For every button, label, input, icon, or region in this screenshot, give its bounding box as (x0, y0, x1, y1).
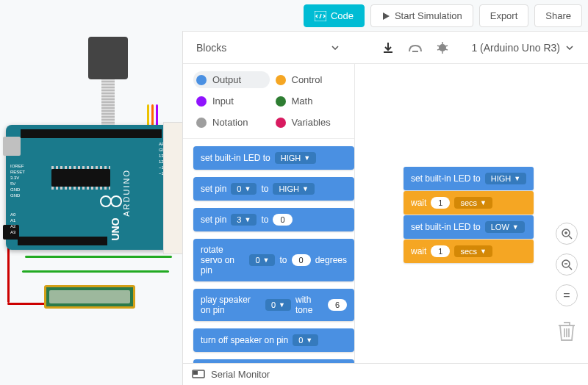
category-input[interactable]: Input (193, 93, 270, 109)
play-icon (381, 12, 390, 21)
category-output[interactable]: Output (193, 71, 270, 88)
block-workspace[interactable]: set built-in LED toHIGH ▼wait1secs ▼set … (355, 64, 588, 385)
block-led_builtin[interactable]: set built-in LED toHIGH ▼ (193, 146, 354, 170)
block-dropdown[interactable]: HIGH ▼ (275, 152, 316, 164)
block-dropdown[interactable]: HIGH ▼ (485, 173, 526, 184)
category-label: Input (212, 96, 234, 107)
component-arduino-uno[interactable]: ARDUINO UNO AREFGND1312~11~10 IOREFRESET… (6, 125, 173, 250)
block-blue[interactable]: set built-in LED toHIGH ▼ (404, 167, 534, 190)
device-select[interactable]: 1 (Arduino Uno R3) (471, 42, 581, 54)
category-label: Output (212, 74, 241, 85)
wire[interactable] (25, 256, 172, 258)
fit-button[interactable]: = (556, 284, 578, 306)
block-blue[interactable]: set built-in LED toLOW ▼ (404, 215, 534, 239)
code-button[interactable]: Code (304, 4, 365, 27)
code-label: Code (331, 10, 354, 21)
library-icon[interactable] (408, 43, 423, 53)
category-label: Control (292, 74, 323, 85)
top-toolbar: Code Start Simulation Export Share (304, 4, 582, 27)
panel-body: OutputControlInputMathNotationVariables … (183, 64, 588, 385)
start-simulation-button[interactable]: Start Simulation (370, 4, 473, 27)
code-panel: Blocks 1 (Arduino Uno R3) OutputControlI… (182, 31, 588, 385)
block-orange[interactable]: wait1secs ▼ (404, 240, 534, 263)
panel-tools (381, 41, 449, 54)
block-dropdown[interactable]: 0 ▼ (249, 254, 275, 266)
serial-monitor-label: Serial Monitor (211, 369, 270, 380)
block-dropdown[interactable]: 0 ▼ (265, 299, 291, 311)
wire[interactable] (22, 270, 169, 273)
category-notation[interactable]: Notation (193, 114, 270, 131)
panel-header: Blocks 1 (Arduino Uno R3) (183, 32, 588, 64)
block-dropdown[interactable]: 0 ▼ (293, 334, 318, 346)
category-dot-icon (196, 96, 207, 107)
category-label: Notation (212, 117, 248, 128)
palette-block-list: set built-in LED toHIGH ▼set pin0 ▼toHIG… (183, 139, 354, 385)
download-icon[interactable] (381, 41, 395, 54)
svg-point-1 (439, 44, 446, 51)
block-palette: OutputControlInputMathNotationVariables … (183, 64, 355, 385)
debug-icon[interactable] (436, 41, 449, 54)
category-variables[interactable]: Variables (273, 114, 349, 131)
zoom-in-button[interactable] (556, 223, 578, 245)
category-dot-icon (276, 118, 286, 128)
block-servo[interactable]: rotate servo on pin0 ▼to0degrees (193, 239, 354, 281)
serial-monitor-toggle[interactable]: Serial Monitor (183, 363, 588, 385)
block-set_pin[interactable]: set pin0 ▼toHIGH ▼ (193, 177, 354, 201)
component-lcd[interactable] (44, 285, 135, 309)
workspace-stack[interactable]: set built-in LED toHIGH ▼wait1secs ▼set … (404, 167, 534, 264)
category-math[interactable]: Math (273, 93, 349, 109)
categories: OutputControlInputMathNotationVariables (183, 64, 354, 139)
arduino-logo-text: ARDUINO (122, 169, 131, 217)
device-label: 1 (Arduino Uno R3) (471, 42, 560, 54)
component-breadboard[interactable] (163, 122, 182, 254)
category-label: Math (292, 96, 313, 107)
block-dropdown[interactable]: HIGH ▼ (273, 183, 314, 195)
category-dot-icon (276, 75, 286, 85)
svg-rect-5 (193, 371, 198, 375)
share-button[interactable]: Share (534, 4, 582, 27)
view-mode-label: Blocks (196, 42, 226, 54)
trash-icon (557, 320, 576, 342)
category-control[interactable]: Control (273, 71, 349, 88)
block-value-input[interactable]: 1 (431, 245, 450, 257)
component-camera[interactable] (88, 37, 128, 79)
category-dot-icon (196, 118, 207, 128)
block-dropdown[interactable]: 3 ▼ (231, 214, 257, 226)
view-mode-select[interactable]: Blocks (190, 39, 345, 57)
block-value-input[interactable]: 6 (328, 299, 347, 311)
block-set_pin_val[interactable]: set pin3 ▼to0 (193, 208, 354, 231)
zoom-out-button[interactable] (556, 253, 578, 276)
block-dropdown[interactable]: secs ▼ (454, 245, 492, 257)
circuit-canvas[interactable]: ARDUINO UNO AREFGND1312~11~10 IOREFRESET… (0, 31, 182, 385)
block-value-input[interactable]: 1 (431, 197, 450, 209)
monitor-icon (192, 370, 205, 380)
zoom-in-icon (561, 228, 573, 240)
block-speaker_off[interactable]: turn off speaker on pin0 ▼ (193, 328, 354, 352)
caret-down-icon (566, 46, 573, 50)
block-dropdown[interactable]: LOW ▼ (485, 221, 525, 233)
block-value-input[interactable]: 0 (273, 214, 292, 226)
zoom-out-icon (561, 259, 573, 270)
category-dot-icon (276, 96, 286, 107)
category-dot-icon (196, 75, 207, 85)
block-dropdown[interactable]: secs ▼ (454, 197, 492, 209)
block-orange[interactable]: wait1secs ▼ (404, 191, 534, 215)
block-dropdown[interactable]: 0 ▼ (231, 183, 257, 195)
caret-down-icon (331, 46, 339, 50)
block-value-input[interactable]: 0 (292, 254, 311, 266)
category-label: Variables (292, 117, 331, 128)
start-sim-label: Start Simulation (395, 10, 462, 21)
trash-button[interactable] (557, 320, 576, 345)
block-speaker[interactable]: play speaker on pin0 ▼with tone6 (193, 289, 354, 321)
export-button[interactable]: Export (479, 4, 529, 27)
workspace-tools: = (556, 223, 578, 345)
arduino-model-text: UNO (109, 217, 121, 240)
code-icon (315, 11, 326, 21)
